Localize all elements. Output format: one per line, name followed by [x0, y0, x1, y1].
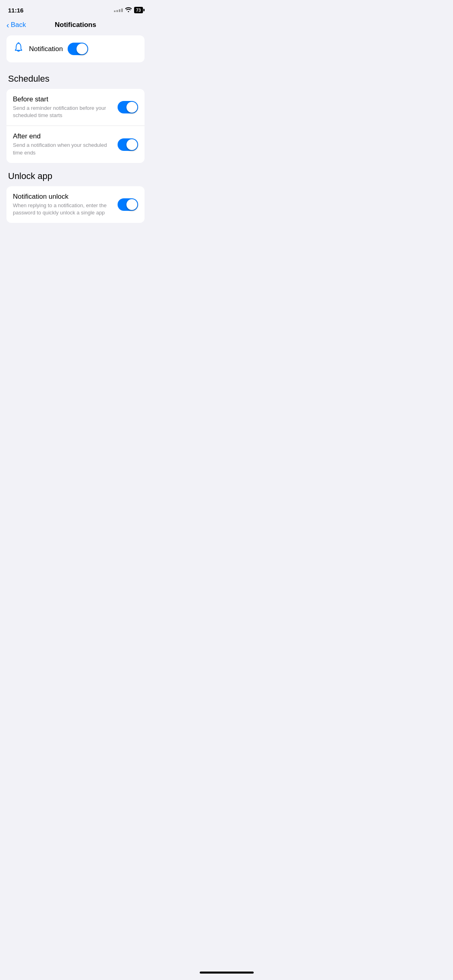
page-title: Notifications [55, 21, 96, 29]
before-start-subtitle: Send a reminder notification before your… [13, 105, 113, 119]
wifi-icon [125, 7, 132, 13]
before-start-title: Before start [13, 95, 113, 103]
status-icons: 73 [114, 7, 143, 13]
notification-label: Notification [29, 45, 63, 53]
notification-unlock-subtitle: When replying to a notification, enter t… [13, 202, 113, 216]
after-end-row: After end Send a notification when your … [6, 126, 145, 163]
signal-icon [114, 8, 123, 12]
svg-point-0 [18, 43, 19, 44]
unlock-header: Unlock app [6, 171, 145, 181]
status-time: 11:16 [8, 7, 23, 14]
notification-unlock-toggle[interactable] [118, 198, 138, 211]
notification-unlock-row: Notification unlock When replying to a n… [6, 186, 145, 223]
before-start-toggle[interactable] [118, 101, 138, 113]
nav-bar: ‹ Back Notifications [0, 18, 151, 35]
content: Notification Schedules Before start Send… [0, 35, 151, 223]
after-end-toggle[interactable] [118, 138, 138, 151]
notification-row: Notification [6, 35, 145, 62]
after-end-subtitle: Send a notification when your scheduled … [13, 142, 113, 156]
schedules-card: Before start Send a reminder notificatio… [6, 89, 145, 163]
back-label: Back [11, 21, 26, 29]
back-chevron-icon: ‹ [6, 21, 9, 29]
schedules-header: Schedules [6, 74, 145, 84]
bell-icon [13, 42, 24, 56]
after-end-title: After end [13, 132, 113, 140]
back-button[interactable]: ‹ Back [6, 21, 26, 29]
battery-icon: 73 [134, 7, 143, 13]
before-start-row: Before start Send a reminder notificatio… [6, 89, 145, 126]
notification-card: Notification [6, 35, 145, 62]
unlock-card: Notification unlock When replying to a n… [6, 186, 145, 223]
notification-toggle[interactable] [68, 43, 88, 55]
notification-unlock-title: Notification unlock [13, 193, 113, 201]
status-bar: 11:16 73 [0, 0, 151, 18]
